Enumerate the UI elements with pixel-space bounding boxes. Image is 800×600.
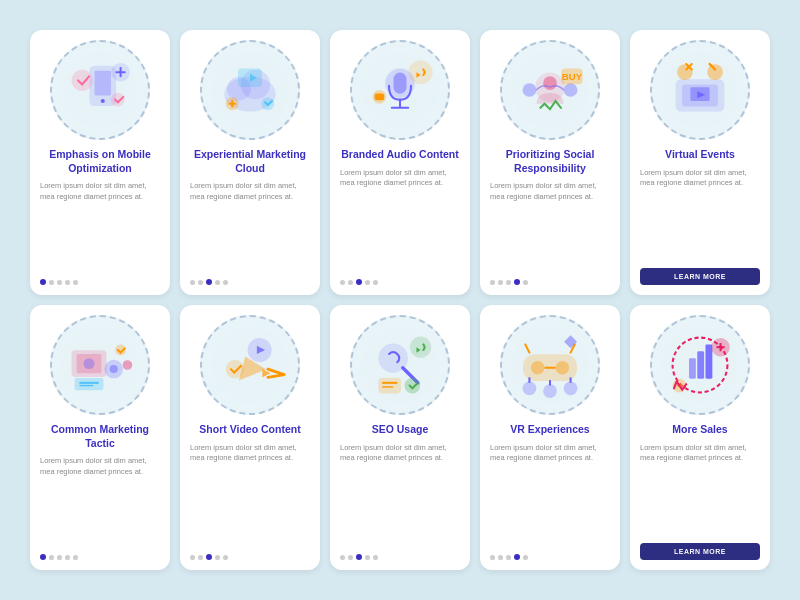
card-marketing-tactic: Common Marketing TacticLorem ipsum dolor… <box>30 305 170 570</box>
dot-3[interactable] <box>215 555 220 560</box>
dot-1[interactable] <box>49 280 54 285</box>
dot-1[interactable] <box>198 555 203 560</box>
card-virtual-events: Virtual EventsLorem ipsum dolor sit dim … <box>630 30 770 295</box>
card-icon-area-branded-audio <box>350 40 450 140</box>
svg-point-6 <box>111 93 125 107</box>
dot-1[interactable] <box>498 280 503 285</box>
card-title-social-responsibility: Prioritizing Social Responsibility <box>490 148 610 175</box>
card-title-experiential-marketing: Experiential Marketing Cloud <box>190 148 310 175</box>
svg-point-3 <box>101 99 105 103</box>
card-body-experiential-marketing: Lorem ipsum dolor sit dim amet, mea regi… <box>190 181 310 273</box>
learn-more-button-more-sales[interactable]: LEARN MORE <box>640 543 760 560</box>
dot-1[interactable] <box>348 555 353 560</box>
card-body-branded-audio: Lorem ipsum dolor sit dim amet, mea regi… <box>340 168 460 273</box>
dot-0[interactable] <box>340 555 345 560</box>
dot-0[interactable] <box>40 279 46 285</box>
card-icon-area-experiential-marketing <box>200 40 300 140</box>
svg-rect-45 <box>75 379 102 390</box>
dot-4[interactable] <box>73 280 78 285</box>
card-title-seo-usage: SEO Usage <box>372 423 429 437</box>
svg-point-26 <box>523 83 537 97</box>
dot-3[interactable] <box>215 280 220 285</box>
dot-2[interactable] <box>206 554 212 560</box>
dot-3[interactable] <box>65 555 70 560</box>
card-vr-experiences: VR ExperiencesLorem ipsum dolor sit dim … <box>480 305 620 570</box>
svg-rect-76 <box>697 351 704 378</box>
dot-4[interactable] <box>73 555 78 560</box>
svg-rect-77 <box>705 344 712 378</box>
svg-point-56 <box>411 338 430 357</box>
dot-4[interactable] <box>223 555 228 560</box>
learn-more-button-virtual-events[interactable]: LEARN MORE <box>640 268 760 285</box>
card-body-short-video: Lorem ipsum dolor sit dim amet, mea regi… <box>190 443 310 548</box>
card-title-marketing-tactic: Common Marketing Tactic <box>40 423 160 450</box>
dot-2[interactable] <box>356 554 362 560</box>
card-body-virtual-events: Lorem ipsum dolor sit dim amet, mea regi… <box>640 168 760 260</box>
card-dots-short-video <box>190 554 310 560</box>
dot-4[interactable] <box>523 555 528 560</box>
card-icon-area-virtual-events <box>650 40 750 140</box>
dot-0[interactable] <box>190 555 195 560</box>
svg-rect-75 <box>689 358 696 379</box>
dot-0[interactable] <box>190 280 195 285</box>
dot-0[interactable] <box>40 554 46 560</box>
card-title-branded-audio: Branded Audio Content <box>341 148 458 162</box>
svg-rect-57 <box>379 379 400 393</box>
dot-3[interactable] <box>514 279 520 285</box>
card-dots-vr-experiences <box>490 554 610 560</box>
svg-point-34 <box>708 65 722 79</box>
svg-point-40 <box>84 358 95 369</box>
card-icon-area-mobile-optimization <box>50 40 150 140</box>
dot-3[interactable] <box>514 554 520 560</box>
card-dots-experiential-marketing <box>190 279 310 285</box>
dot-4[interactable] <box>373 555 378 560</box>
dot-2[interactable] <box>356 279 362 285</box>
svg-point-4 <box>73 71 92 90</box>
card-branded-audio: Branded Audio ContentLorem ipsum dolor s… <box>330 30 470 295</box>
card-body-social-responsibility: Lorem ipsum dolor sit dim amet, mea regi… <box>490 181 610 273</box>
card-short-video: Short Video ContentLorem ipsum dolor sit… <box>180 305 320 570</box>
dot-3[interactable] <box>365 555 370 560</box>
dot-1[interactable] <box>348 280 353 285</box>
svg-point-63 <box>531 361 545 375</box>
svg-point-69 <box>564 381 578 395</box>
dot-2[interactable] <box>506 555 511 560</box>
svg-point-64 <box>555 361 569 375</box>
svg-point-42 <box>110 365 118 373</box>
card-title-short-video: Short Video Content <box>199 423 300 437</box>
card-icon-area-short-video <box>200 315 300 415</box>
card-dots-mobile-optimization <box>40 279 160 285</box>
cards-grid: Emphasis on Mobile OptimizationLorem ips… <box>14 14 786 586</box>
svg-point-22 <box>410 61 432 83</box>
dot-4[interactable] <box>523 280 528 285</box>
dot-1[interactable] <box>198 280 203 285</box>
card-icon-area-vr-experiences <box>500 315 600 415</box>
dot-2[interactable] <box>206 279 212 285</box>
card-title-virtual-events: Virtual Events <box>665 148 735 162</box>
dot-2[interactable] <box>57 280 62 285</box>
card-dots-seo-usage <box>340 554 460 560</box>
svg-text:BUY: BUY <box>562 71 583 82</box>
dot-0[interactable] <box>490 555 495 560</box>
dot-0[interactable] <box>340 280 345 285</box>
dot-1[interactable] <box>498 555 503 560</box>
card-footer-virtual-events: LEARN MORE <box>640 264 760 285</box>
dot-4[interactable] <box>373 280 378 285</box>
dot-2[interactable] <box>57 555 62 560</box>
card-dots-marketing-tactic <box>40 554 160 560</box>
card-footer-more-sales: LEARN MORE <box>640 539 760 560</box>
card-body-seo-usage: Lorem ipsum dolor sit dim amet, mea regi… <box>340 443 460 548</box>
dot-2[interactable] <box>506 280 511 285</box>
svg-rect-21 <box>375 94 383 99</box>
dot-1[interactable] <box>49 555 54 560</box>
svg-point-27 <box>564 83 578 97</box>
card-body-mobile-optimization: Lorem ipsum dolor sit dim amet, mea regi… <box>40 181 160 273</box>
dot-0[interactable] <box>490 280 495 285</box>
dot-3[interactable] <box>365 280 370 285</box>
card-more-sales: More SalesLorem ipsum dolor sit dim amet… <box>630 305 770 570</box>
card-experiential-marketing: Experiential Marketing CloudLorem ipsum … <box>180 30 320 295</box>
dot-4[interactable] <box>223 280 228 285</box>
card-body-marketing-tactic: Lorem ipsum dolor sit dim amet, mea regi… <box>40 456 160 548</box>
card-body-vr-experiences: Lorem ipsum dolor sit dim amet, mea regi… <box>490 443 610 548</box>
dot-3[interactable] <box>65 280 70 285</box>
